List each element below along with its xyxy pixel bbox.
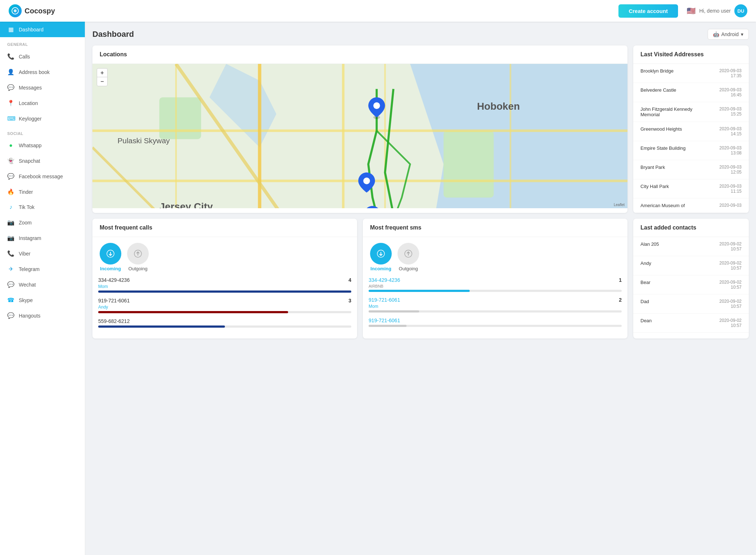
calls-incoming-tab[interactable]: Incoming [100, 243, 121, 271]
sms-incoming-btn[interactable] [370, 243, 392, 265]
map-container[interactable]: 2 [92, 64, 627, 208]
platform-icon: 🤖 [713, 31, 719, 37]
general-section-label: GENERAL [0, 37, 85, 49]
leaflet-attribution: Leaflet [614, 203, 625, 207]
sidebar-item-skype[interactable]: ☎ Skype [0, 292, 85, 308]
svg-text:Jersey City: Jersey City [159, 201, 213, 208]
calls-outgoing-tab[interactable]: Outgoing [127, 243, 149, 271]
sidebar-item-calls[interactable]: 📞 Calls [0, 49, 85, 64]
calls-incoming-btn[interactable] [100, 243, 121, 265]
svg-point-1 [14, 9, 17, 12]
svg-text:Pulaski Skyway: Pulaski Skyway [117, 136, 170, 145]
sms-header: Most frequent sms [363, 219, 627, 237]
sms-item: 334-429-4236 1 AIRBNB [369, 277, 622, 292]
address-item: John Fitzgerald Kennedy Memorial 2020-09… [633, 102, 749, 122]
whatsapp-icon: ● [7, 142, 14, 149]
sidebar-item-tiktok[interactable]: ♪ Tik Tok [0, 200, 85, 215]
address-item: Brooklyn Bridge 2020-09-03 17:35 [633, 64, 749, 83]
messages-icon: 💬 [7, 84, 14, 91]
sms-bar [369, 325, 407, 327]
calls-icon: 📞 [7, 53, 14, 60]
page-title: Dashboard [92, 30, 134, 39]
zoom-icon: 📷 [7, 219, 14, 226]
snapchat-icon: 👻 [7, 157, 14, 164]
sidebar-item-instagram[interactable]: 📷 Instagram [0, 230, 85, 246]
sms-outgoing-tab[interactable]: Outgoing [397, 243, 419, 271]
sidebar-item-address-book[interactable]: 👤 Address book [0, 64, 85, 80]
sidebar: ▦ Dashboard GENERAL 📞 Calls 👤 Address bo… [0, 22, 85, 555]
zoom-in-button[interactable]: + [97, 69, 107, 77]
dashboard-icon: ▦ [7, 26, 14, 33]
sms-tabs: Incoming Outgoing [363, 237, 627, 277]
app-body: ▦ Dashboard GENERAL 📞 Calls 👤 Address bo… [0, 22, 756, 555]
address-item: City Hall Park 2020-09-03 11:15 [633, 179, 749, 198]
sidebar-item-whatsapp[interactable]: ● Whatsapp [0, 138, 85, 153]
sidebar-item-facebook[interactable]: 💬 Facebook message [0, 169, 85, 184]
calls-header: Most frequent calls [92, 219, 357, 237]
sidebar-item-dashboard[interactable]: ▦ Dashboard [0, 22, 85, 37]
sidebar-item-keylogger[interactable]: ⌨ Keylogger [0, 111, 85, 126]
platform-badge[interactable]: 🤖 Android ▾ [708, 29, 749, 40]
sidebar-item-zoom[interactable]: 📷 Zoom [0, 215, 85, 230]
address-item: Greenwood Heights 2020-09-03 14:15 [633, 122, 749, 141]
location-icon: 📍 [7, 100, 14, 106]
call-bar [98, 290, 351, 293]
locations-card: Locations [92, 45, 627, 213]
contact-item: Dean 2020-09-02 10:57 [633, 314, 749, 333]
sms-incoming-tab[interactable]: Incoming [370, 243, 392, 271]
call-item: 334-429-4236 4 Mom [98, 277, 351, 293]
sms-outgoing-btn[interactable] [397, 243, 419, 265]
call-list: 334-429-4236 4 Mom 919-721-6061 3 [92, 277, 357, 338]
sidebar-item-viber[interactable]: 📞 Viber [0, 246, 85, 261]
address-item: Belvedere Castle 2020-09-03 16:45 [633, 83, 749, 102]
contact-item: Dad 2020-09-02 10:57 [633, 294, 749, 314]
wechat-icon: 💬 [7, 281, 14, 288]
avatar[interactable]: DU [734, 4, 747, 17]
telegram-icon: ✈ [7, 266, 14, 272]
call-tabs: Incoming Outgoing [92, 237, 357, 277]
zoom-out-button[interactable]: − [97, 77, 107, 86]
skype-icon: ☎ [7, 297, 14, 303]
user-area: 🇺🇸 Hi, demo user DU [687, 4, 747, 17]
viber-icon: 📞 [7, 250, 14, 257]
chevron-down-icon: ▾ [741, 31, 743, 37]
page-header: Dashboard 🤖 Android ▾ [92, 29, 749, 40]
address-item: Empire State Building 2020-09-03 13:08 [633, 141, 749, 160]
sms-card: Most frequent sms Incoming [363, 219, 627, 338]
calls-card: Most frequent calls Incoming [92, 219, 357, 338]
sidebar-item-messages[interactable]: 💬 Messages [0, 80, 85, 95]
last-addresses-card: Last Visited Addresses Brooklyn Bridge 2… [633, 45, 749, 213]
call-item: 919-721-6061 3 Andy [98, 298, 351, 313]
contact-item: Bear 2020-09-02 10:57 [633, 275, 749, 294]
last-addresses-header: Last Visited Addresses [633, 45, 749, 64]
sidebar-item-telegram[interactable]: ✈ Telegram [0, 261, 85, 277]
sidebar-item-hangouts[interactable]: 💬 Hangouts [0, 308, 85, 323]
address-item: Bryant Park 2020-09-03 12:05 [633, 160, 749, 179]
main-content: Dashboard 🤖 Android ▾ Locations [85, 22, 756, 555]
locations-card-header: Locations [92, 45, 627, 64]
map-zoom-controls: + − [97, 68, 108, 86]
sidebar-item-wechat[interactable]: 💬 Wechat [0, 277, 85, 292]
sidebar-item-tinder[interactable]: 🔥 Tinder [0, 184, 85, 200]
sidebar-item-snapchat[interactable]: 👻 Snapchat [0, 153, 85, 169]
logo-icon [9, 4, 22, 17]
app-name: Cocospy [25, 7, 55, 15]
create-account-button[interactable]: Create account [618, 4, 678, 18]
sidebar-item-location[interactable]: 📍 Location [0, 95, 85, 111]
social-section-label: SOCIAL [0, 126, 85, 138]
dashboard-bottom-grid: Most frequent calls Incoming [92, 219, 749, 338]
instagram-icon: 📷 [7, 235, 14, 241]
sms-outgoing-label: Outgoing [399, 266, 418, 271]
contact-item: Alan 205 2020-09-02 10:57 [633, 237, 749, 256]
sms-bar [369, 290, 470, 292]
topnav: Cocospy Create account 🇺🇸 Hi, demo user … [0, 0, 756, 22]
address-item: American Museum of 2020-09-03 [633, 198, 749, 213]
sms-incoming-label: Incoming [370, 266, 391, 271]
facebook-icon: 💬 [7, 173, 14, 180]
svg-rect-5 [159, 97, 201, 139]
address-book-icon: 👤 [7, 69, 14, 75]
svg-point-20 [363, 178, 370, 184]
map-svg: 2 [92, 64, 627, 208]
calls-outgoing-btn[interactable] [127, 243, 149, 265]
contacts-card: Last added contacts Alan 205 2020-09-02 … [633, 219, 749, 338]
